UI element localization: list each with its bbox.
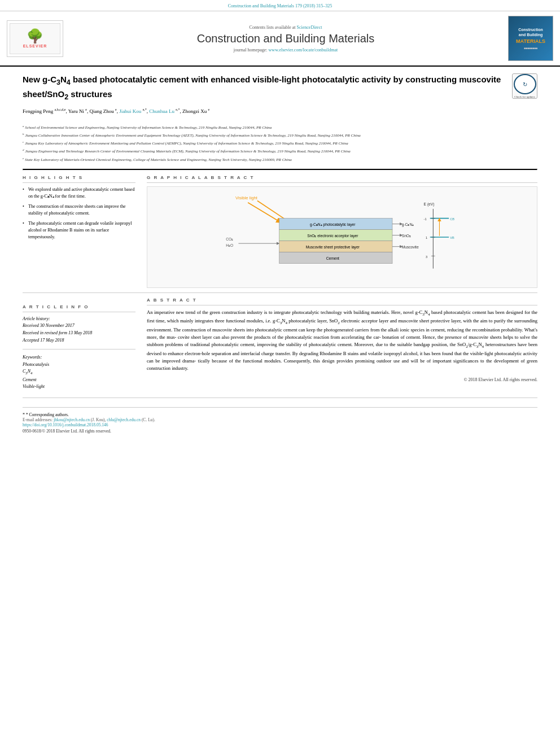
article-main-title: New g-C3N4 based photocatalytic cement w… — [23, 73, 506, 102]
keyword-3: Cement — [23, 377, 135, 384]
elsevier-logo: 🌳 ELSEVIER — [7, 20, 63, 57]
journal-homepage-line: journal homepage: www.elsevier.com/locat… — [69, 47, 502, 53]
highlights-list: We explored stable and active photocatal… — [23, 186, 135, 241]
highlight-item-2: The construction of muscovite sheets can… — [23, 203, 135, 217]
graphical-abstract-image: Visible light — [147, 186, 537, 288]
star-symbol: * — [23, 412, 25, 417]
check-updates-label: Check for updates — [514, 95, 535, 98]
keyword-1: Photocatalysis — [23, 361, 135, 369]
svg-text:1: 1 — [426, 236, 427, 239]
reducing-word: reducing — [447, 327, 464, 333]
affiliations-block: a School of Environmental Science and En… — [23, 124, 537, 163]
svg-text:VB: VB — [450, 236, 454, 239]
affiliation-a: a School of Environmental Science and En… — [23, 124, 537, 131]
author-chunhua: Chunhua Lu e,*, — [149, 108, 181, 114]
footnote-area: * * Corresponding authors. E-mail addres… — [23, 397, 537, 434]
highlights-col: H I G H L I G H T S We explored stable a… — [23, 175, 135, 288]
authors-line: Fengping Peng a,b,c,d,e, Yaru Ni e, Qian… — [23, 108, 506, 114]
affiliation-e: e State Key Laboratory of Materials-Orie… — [23, 156, 537, 163]
elsevier-logo-image: 🌳 ELSEVIER — [10, 23, 60, 54]
highlights-heading: H I G H L I G H T S — [23, 175, 135, 183]
science-direct-link[interactable]: ScienceDirect — [297, 25, 322, 30]
svg-text:Muscovite: Muscovite — [402, 245, 419, 249]
svg-text:3: 3 — [426, 255, 427, 258]
cover-materials-text: MATERIALS — [516, 38, 545, 44]
cover-title-text: Constructionand Building — [518, 27, 543, 37]
main-content: New g-C3N4 based photocatalytic cement w… — [0, 67, 560, 440]
elsevier-logo-box: 🌳 ELSEVIER — [7, 20, 63, 57]
journal-title: Construction and Building Materials — [69, 32, 502, 45]
svg-text:g-C₃N₄ photocatalytic layer: g-C₃N₄ photocatalytic layer — [310, 222, 356, 227]
keyword-4: Visible-light — [23, 383, 135, 391]
page-container: Construction and Building Materials 179 … — [0, 0, 560, 747]
cover-decoration: ■■■■■■■■ — [524, 46, 537, 50]
article-history-title: Article history: — [23, 316, 135, 323]
received-date: Received 30 November 2017 — [23, 322, 135, 330]
affiliation-b: b Jiangsu Collaborative Innovation Cente… — [23, 132, 537, 139]
abstract-heading: A B S T R A C T — [147, 298, 537, 305]
header-area: 🌳 ELSEVIER Contents lists available at S… — [0, 11, 560, 67]
article-title-section: New g-C3N4 based photocatalytic cement w… — [23, 73, 537, 119]
svg-text:-1: -1 — [424, 217, 427, 221]
header-center: Contents lists available at ScienceDirec… — [69, 25, 502, 53]
affiliation-d: d Jiangsu Engineering and Technology Res… — [23, 148, 537, 155]
divider-history-keywords — [23, 349, 135, 350]
graphical-abstract-svg: Visible light — [147, 187, 537, 287]
abstract-text: An imperative new trend of the green con… — [147, 309, 537, 373]
science-direct-line: Contents lists available at ScienceDirec… — [69, 25, 502, 30]
abstract-col: A B S T R A C T An imperative new trend … — [147, 298, 537, 391]
accepted-date: Accepted 17 May 2018 — [23, 337, 135, 344]
check-updates-badge: ↻ Check for updates — [512, 73, 537, 99]
doi-link[interactable]: https://doi.org/10.1016/j.conbuildmat.20… — [23, 422, 108, 427]
email2-author: (C. Lu). — [142, 417, 155, 422]
svg-text:Visible light: Visible light — [235, 195, 258, 200]
author-fengping: Fengping Peng a,b,c,d,e, — [23, 108, 67, 114]
svg-text:CO₂: CO₂ — [226, 237, 233, 241]
svg-text:SnO₂ electronic acceptor layer: SnO₂ electronic acceptor layer — [307, 234, 358, 238]
author-zhongzi: Zhongzi Xu e — [182, 108, 209, 114]
email2-link[interactable]: chlu@njtech.edu.cn — [107, 417, 141, 422]
article-history: Article history: Received 30 November 20… — [23, 316, 135, 344]
svg-text:Cement: Cement — [326, 256, 339, 260]
divider-mid — [23, 292, 537, 293]
journal-ref-line: Construction and Building Materials 179 … — [0, 0, 560, 11]
journal-ref-text: Construction and Building Materials 179 … — [228, 3, 332, 8]
homepage-url[interactable]: www.elsevier.com/locate/conbuildmat — [269, 47, 338, 53]
elsevier-tree-icon: 🌳 — [27, 29, 43, 43]
refresh-icon: ↻ — [523, 81, 527, 88]
svg-text:g-C₃N₄: g-C₃N₄ — [402, 222, 414, 227]
divider-footnote-top — [23, 407, 537, 408]
graphical-abstract-col: G R A P H I C A L A B S T R A C T Visibl… — [147, 175, 537, 288]
highlight-item-1: We explored stable and active photocatal… — [23, 186, 135, 200]
highlights-graphical-row: H I G H L I G H T S We explored stable a… — [23, 175, 537, 288]
abstract-section: An imperative new trend of the green con… — [147, 309, 537, 384]
keywords-section: Keywords: Photocatalysis C3N4 Cement Vis… — [23, 354, 135, 391]
corresponding-text: * Corresponding authors. — [26, 412, 69, 417]
keyword-2: C3N4 — [23, 368, 135, 376]
highlight-item-3: The photocatalytic cement can degrade vo… — [23, 220, 135, 241]
svg-text:H₂O: H₂O — [226, 243, 233, 247]
homepage-label: journal homepage: — [234, 47, 268, 53]
author-jiahui: Jiahui Kou e,*, — [119, 108, 148, 114]
email-label: E-mail addresses: — [23, 417, 53, 422]
email-addresses-line: E-mail addresses: jhkou@njtech.edu.cn (J… — [23, 417, 537, 422]
received-revised-date: Received in revised form 13 May 2018 — [23, 330, 135, 337]
email1-link[interactable]: jhkou@njtech.edu.cn — [54, 417, 90, 422]
cover-image-box: Constructionand Building MATERIALS ■■■■■… — [508, 16, 553, 61]
contents-text: Contents lists available at — [250, 25, 296, 30]
journal-cover-thumbnail: Constructionand Building MATERIALS ■■■■■… — [508, 16, 553, 61]
svg-text:Muscovite sheet protective lay: Muscovite sheet protective layer — [306, 245, 360, 250]
abstract-copyright: © 2018 Elsevier Ltd. All rights reserved… — [147, 377, 537, 383]
divider-after-affiliations — [23, 169, 537, 171]
svg-text:SnO₂: SnO₂ — [402, 234, 411, 238]
affiliation-c: c Jiangsu Key Laboratory of Atmospheric … — [23, 140, 537, 147]
issn-line: 0950-0618/© 2018 Elsevier Ltd. All right… — [23, 429, 537, 434]
keywords-title: Keywords: — [23, 354, 135, 361]
author-yaru: Yaru Ni e, — [68, 108, 89, 114]
article-info-abstract-row: A R T I C L E I N F O Article history: R… — [23, 298, 537, 391]
elsevier-brand-text: ELSEVIER — [23, 44, 47, 48]
corresponding-authors-label: * * Corresponding authors. — [23, 412, 537, 417]
author-qiang: Qiang Zhou e, — [89, 108, 117, 114]
article-info-col: A R T I C L E I N F O Article history: R… — [23, 304, 135, 391]
svg-text:E (eV): E (eV) — [424, 202, 435, 207]
